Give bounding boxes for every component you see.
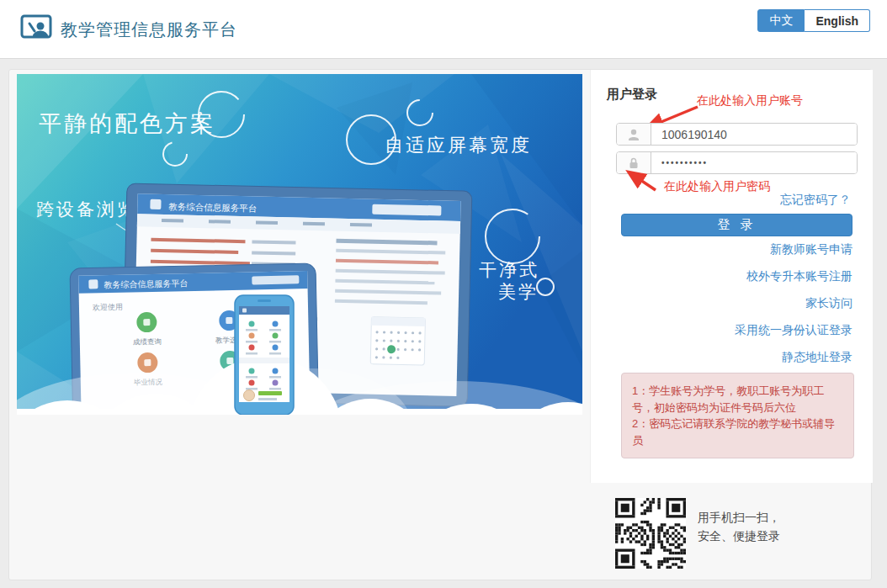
password-hint-text: 在此处输入用户密码 [664, 179, 770, 194]
username-input[interactable] [651, 124, 857, 145]
qr-caption: 用手机扫一扫， 安全、便捷登录 [698, 508, 780, 545]
static-address-login-link[interactable]: 静态地址登录 [782, 351, 852, 363]
login-links: 新教师账号申请 校外专升本账号注册 家长访问 采用统一身份认证登录 静态地址登录 [621, 243, 852, 378]
tablet-greeting: 欢迎使用 [93, 303, 123, 312]
slogan-clean-1: 干净式 [479, 260, 539, 279]
qr-caption-line-2: 安全、便捷登录 [698, 527, 780, 545]
login-panel-title: 用户登录 [607, 87, 657, 103]
banner-svg: 平静的配色方案 自适应屏幕宽度 跨设备浏览 干净式 美学 教务综合信息服务平台 [17, 74, 582, 415]
slogan-clean-2: 美学 [498, 282, 539, 301]
account-notice-box: 1：学生账号为学号，教职工账号为职工号，初始密码均为证件号码后六位 2：密码忘记… [621, 373, 854, 458]
phone-mockup [235, 295, 294, 415]
header: 教学管理信息服务平台 中文 English [0, 0, 887, 59]
notice-line-2: 2：密码忘记请联系学院的教学秘书或辅导员 [632, 416, 843, 448]
username-hint-text: 在此处输入用户账号 [697, 93, 803, 109]
main-container: 平静的配色方案 自适应屏幕宽度 跨设备浏览 干净式 美学 教务综合信息服务平台 [8, 69, 872, 580]
language-switcher: 中文 English [757, 9, 870, 32]
banner-illustration: 平静的配色方案 自适应屏幕宽度 跨设备浏览 干净式 美学 教务综合信息服务平台 [17, 74, 582, 415]
qr-code [615, 498, 686, 569]
tablet-app-title: 教务综合信息服务平台 [104, 278, 188, 289]
forgot-password-link[interactable]: 忘记密码了？ [780, 193, 851, 208]
lang-english-button[interactable]: English [805, 9, 870, 32]
new-teacher-account-link[interactable]: 新教师账号申请 [770, 243, 852, 256]
password-input[interactable] [651, 152, 857, 173]
tablet-module-label: 成绩查询 [133, 337, 162, 347]
laptop-app-title: 教务综合信息服务平台 [168, 201, 257, 213]
app-logo-icon [20, 14, 54, 43]
notice-line-1: 1：学生账号为学号，教职工账号为职工号，初始密码均为证件号码后六位 [632, 383, 843, 416]
password-hint-arrow-icon [622, 168, 661, 193]
page-title: 教学管理信息服务平台 [61, 19, 237, 41]
qr-caption-line-1: 用手机扫一扫， [698, 508, 780, 527]
unified-identity-login-link[interactable]: 采用统一身份认证登录 [735, 324, 852, 336]
slogan-calm: 平静的配色方案 [39, 111, 215, 136]
parent-access-link[interactable]: 家长访问 [805, 297, 852, 310]
lang-chinese-button[interactable]: 中文 [757, 9, 805, 32]
slogan-adaptive: 自适应屏幕宽度 [385, 135, 532, 156]
external-upgrade-register-link[interactable]: 校外专升本账号注册 [746, 270, 852, 283]
page: 教学管理信息服务平台 中文 English [0, 0, 887, 588]
user-icon [617, 124, 651, 145]
slogan-cross-device: 跨设备浏览 [36, 199, 137, 219]
login-button[interactable]: 登 录 [621, 214, 852, 236]
laptop-calendar-widget [370, 317, 425, 365]
username-field-group [616, 123, 858, 146]
